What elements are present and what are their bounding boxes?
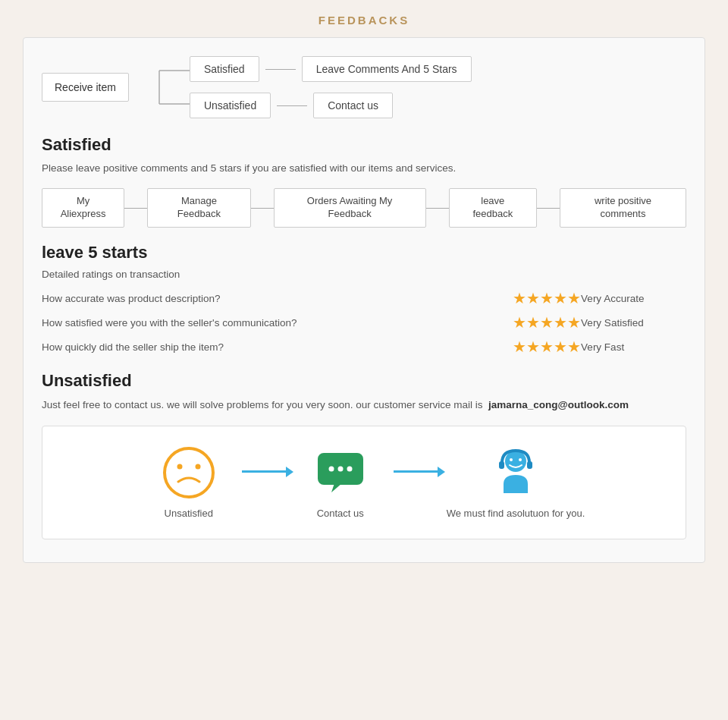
svg-point-3: [165, 448, 213, 497]
arrow-2: [394, 470, 439, 473]
rating-label-3: Very Fast: [581, 335, 686, 359]
main-card: Receive item Satisfied Leave Comments An…: [23, 37, 705, 563]
step-leave-feedback: leave feedback: [449, 188, 537, 228]
svg-rect-15: [527, 461, 532, 469]
steps-bar: My Aliexpress Manage Feedback Orders Awa…: [42, 188, 686, 228]
rating-question-3: How quickly did the seller ship the item…: [42, 335, 467, 359]
arrow-1: [242, 470, 287, 473]
table-row: How quickly did the seller ship the item…: [42, 335, 686, 359]
flow-diagram: Receive item Satisfied Leave Comments An…: [42, 56, 686, 118]
icons-section: Unsatisfied Contact us: [42, 426, 686, 539]
svg-point-11: [505, 451, 526, 472]
table-row: How satisfied were you with the seller's…: [42, 310, 686, 335]
unsatisfied-description: Just feel free to contact us. we will so…: [42, 397, 686, 413]
stars-3: ★★★★★: [467, 335, 581, 359]
step-orders-awaiting: Orders Awaiting My Feedback: [274, 188, 426, 228]
satisfied-description: Please leave positive comments and 5 sta…: [42, 161, 686, 176]
support-icon-item: We must find asolutuon for you.: [447, 445, 585, 520]
unsatisfied-box: Unsatisfied: [190, 93, 271, 118]
step-manage-feedback: Manage Feedback: [147, 188, 250, 228]
detailed-ratings-label: Detailed ratings on transaction: [42, 269, 686, 280]
rating-question-2: How satisfied were you with the seller's…: [42, 310, 467, 335]
rating-label-1: Very Accurate: [581, 286, 686, 310]
svg-rect-14: [499, 461, 504, 469]
satisfied-box: Satisfied: [190, 56, 259, 82]
unsatisfied-connector: [277, 105, 307, 106]
table-row: How accurate was product description? ★★…: [42, 286, 686, 310]
rating-question-1: How accurate was product description?: [42, 286, 467, 310]
ratings-table: How accurate was product description? ★★…: [42, 286, 686, 359]
svg-point-8: [328, 467, 334, 472]
unsatisfied-section-title: Unsatisfied: [42, 371, 686, 391]
svg-point-10: [347, 467, 352, 472]
contact-us-icon-label: Contact us: [317, 508, 364, 519]
email-address: jamarna_cong@outlook.com: [488, 399, 629, 410]
svg-point-4: [177, 464, 182, 470]
svg-point-5: [195, 464, 200, 470]
receive-item-box: Receive item: [42, 73, 129, 102]
unsatisfied-icon-label: Unsatisfied: [165, 508, 213, 519]
svg-point-12: [510, 458, 513, 461]
leave-comments-box: Leave Comments And 5 Stars: [302, 56, 472, 82]
unsatisfied-icon-item: Unsatisfied: [143, 445, 234, 519]
contact-us-icon-item: Contact us: [295, 445, 386, 519]
step-connector-2: [251, 208, 274, 209]
step-my-aliexpress: My Aliexpress: [42, 188, 124, 228]
step-write-positive: write positive comments: [560, 188, 686, 228]
svg-point-9: [337, 467, 343, 472]
support-agent-icon: [488, 445, 543, 499]
satisfied-title: Satisfied: [42, 135, 686, 155]
step-connector-4: [537, 208, 560, 209]
sad-face-icon: [162, 445, 216, 500]
branch-connector-svg: [129, 57, 190, 118]
step-connector-1: [124, 208, 147, 209]
step-connector-3: [426, 208, 449, 209]
stars-title: leave 5 starts: [42, 243, 686, 263]
page-title: FEEDBACKS: [0, 0, 728, 37]
svg-point-13: [519, 458, 522, 461]
contact-us-box: Contact us: [313, 93, 393, 118]
stars-2: ★★★★★: [467, 310, 581, 335]
stars-1: ★★★★★: [467, 286, 581, 310]
rating-label-2: Very Satisfied: [581, 310, 686, 335]
satisfied-connector: [265, 69, 296, 70]
support-icon-label: We must find asolutuon for you.: [447, 507, 585, 520]
chat-bubble-icon: [313, 445, 368, 500]
